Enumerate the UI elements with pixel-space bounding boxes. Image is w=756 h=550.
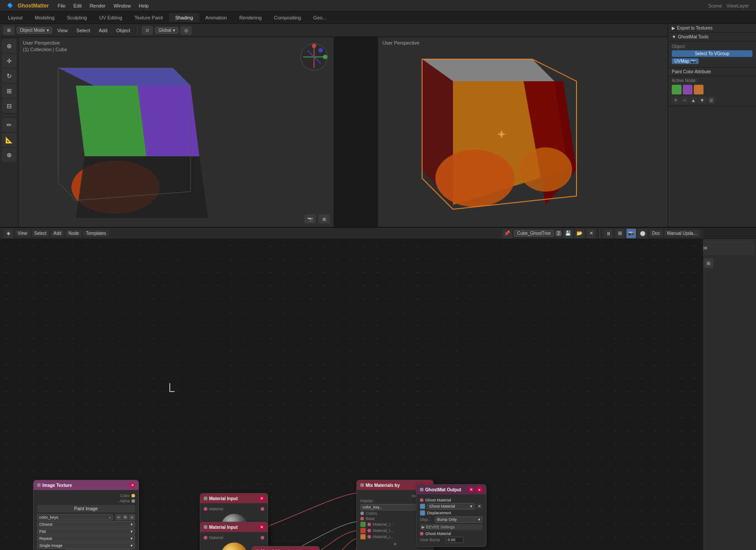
mat-input-2-toggle[interactable] — [204, 525, 207, 529]
extra-mode-btn[interactable]: ⊞ — [704, 258, 713, 268]
ws-tab-geo[interactable]: Geo... — [307, 13, 333, 22]
it-closest-dropdown[interactable]: Closest▾ — [37, 521, 135, 527]
pivot-icon[interactable]: ◎ — [180, 26, 192, 35]
ws-tab-layout[interactable]: Layout — [2, 13, 29, 22]
save-icon[interactable]: 💾 — [563, 229, 573, 238]
transform-tool[interactable]: ⊟ — [2, 99, 16, 113]
it-colorkeys-view[interactable]: 👁 — [122, 514, 128, 520]
mat-input-1-toggle[interactable] — [204, 497, 207, 500]
ne-select[interactable]: Select — [32, 230, 49, 237]
ws-tab-shading[interactable]: Shading — [169, 13, 199, 22]
list-view-btn[interactable]: ☰ — [707, 96, 715, 104]
node-it-close[interactable]: ✕ — [130, 482, 135, 488]
ne-mode-icon[interactable]: ◈ — [4, 229, 13, 238]
cursor-tool[interactable]: ⊕ — [2, 39, 16, 53]
manual-update-btn[interactable]: Manual Upda... — [664, 230, 700, 237]
up-color-btn[interactable]: ▲ — [689, 96, 697, 104]
viewport-overlays[interactable]: 📷 ⊞ — [304, 215, 330, 223]
import-icon[interactable]: 📂 — [575, 229, 584, 238]
swatch-orange[interactable] — [694, 85, 704, 94]
node-canvas[interactable]: Image Texture ✕ Color Alpha Paint Image … — [0, 239, 703, 550]
it-colorkeys-edit[interactable]: ✏ — [116, 514, 122, 520]
it-flat-dropdown[interactable]: Flat▾ — [37, 528, 135, 535]
grid-icon[interactable]: ⊞ — [318, 215, 330, 223]
swatch-purple[interactable] — [683, 85, 692, 94]
over-bump-input[interactable] — [446, 537, 464, 543]
ws-tab-uvediting[interactable]: UV Editing — [93, 13, 128, 22]
ghostmat-pin[interactable]: ● — [476, 486, 483, 493]
mode-icon[interactable]: ⊞ — [3, 26, 15, 35]
ne-view[interactable]: View — [15, 230, 30, 237]
export-textures-row[interactable]: ▶ Export to Textures — [668, 24, 756, 33]
ws-tab-compositing[interactable]: Compositing — [268, 13, 307, 22]
camera-ne-icon[interactable]: 📷 — [626, 229, 636, 238]
paint-image-btn[interactable]: Paint Image — [37, 505, 135, 512]
mode-dropdown[interactable]: Object Mode ▾ — [17, 27, 52, 34]
ghost-mat-dropdown[interactable]: Ghost Material▾ — [427, 503, 475, 509]
select-to-vgroup-btn-wrapper[interactable]: Select To VGroup — [672, 50, 752, 57]
measure-tool[interactable]: 📐 — [2, 133, 16, 147]
node-ghostmat-output[interactable]: GhostMat Output ✕ ● Ghost Material Ghost… — [416, 484, 487, 547]
it-colorkeys-dropdown[interactable]: color_keys ▾ — [37, 514, 113, 520]
node-toggle[interactable] — [37, 483, 41, 487]
toolbar-object[interactable]: Object — [113, 27, 134, 34]
select-to-vgroup-btn[interactable]: Select To VGroup — [672, 50, 752, 57]
ghostmat-toggle[interactable] — [420, 488, 423, 491]
mix-mat-toggle[interactable] — [360, 483, 364, 487]
ws-tab-sculpting[interactable]: Sculpting — [61, 13, 93, 22]
view-all-icon[interactable]: ⊞ — [615, 229, 625, 238]
transform-dropdown[interactable]: Global ▾ — [155, 27, 178, 34]
eevee-settings-btn[interactable]: ▶ EEVEE Settings — [420, 524, 483, 530]
uvmap-badge[interactable]: UVMap 📷 — [672, 58, 699, 64]
viewport-left[interactable]: User Perspective (1) Collection | Cube Z — [19, 37, 334, 227]
snap-icon[interactable]: ⊙ — [142, 26, 153, 35]
ghost-mat-checkbox[interactable] — [420, 504, 425, 509]
viewport-right[interactable]: User Perspective — [378, 37, 703, 227]
pin-icon[interactable]: 📌 — [502, 229, 512, 238]
menu-render[interactable]: Render — [86, 2, 109, 9]
it-single-dropdown[interactable]: Single Image▾ — [37, 542, 135, 549]
toolbar-select[interactable]: Select — [73, 27, 94, 34]
sphere-icon[interactable]: ⬤ — [638, 229, 647, 238]
nav-gizmo-left[interactable]: Z X — [299, 41, 329, 73]
node-mat-input-3[interactable]: Material Input ✕ Material ✏ 👁 Materi... … — [251, 546, 320, 550]
ghost-mat-x2[interactable]: ✕ — [476, 503, 483, 509]
mat-input-1-close[interactable]: ✕ — [259, 496, 264, 501]
toolbar-view[interactable]: View — [54, 27, 71, 34]
paint-color-attr-row[interactable]: Paint Color Attribute — [668, 68, 756, 76]
blender-logo[interactable]: 🔷 — [4, 2, 17, 9]
disp-checkbox[interactable] — [420, 510, 425, 516]
ghostmat-x[interactable]: ✕ — [468, 487, 474, 492]
down-color-btn[interactable]: ▼ — [698, 96, 706, 104]
swatch-green[interactable] — [672, 85, 681, 94]
it-repeat-dropdown[interactable]: Repeat▾ — [37, 535, 135, 542]
ne-add[interactable]: Add — [51, 230, 64, 237]
close-tree-icon[interactable]: ✕ — [586, 229, 596, 238]
ws-tab-rendering[interactable]: Rendering — [233, 13, 268, 22]
node-image-texture[interactable]: Image Texture ✕ Color Alpha Paint Image … — [33, 480, 139, 550]
add-tool[interactable]: ⊕ — [2, 148, 16, 162]
rotate-tool[interactable]: ↻ — [2, 69, 16, 83]
menu-help[interactable]: Help — [135, 2, 153, 9]
annotate-tool[interactable]: ✏ — [2, 118, 16, 132]
ws-tab-texturepaint[interactable]: Texture Paint — [128, 13, 169, 22]
mat-input-2-close[interactable]: ✕ — [259, 524, 264, 530]
ne-node[interactable]: Node — [66, 230, 82, 237]
doc-btn[interactable]: Doc — [649, 230, 662, 237]
bump-only-dropdown[interactable]: Bump Only▾ — [435, 516, 483, 523]
move-tool[interactable]: ✛ — [2, 54, 16, 68]
camera-icon[interactable]: 📷 — [304, 215, 316, 223]
menu-window[interactable]: Window — [110, 2, 134, 9]
pause-icon[interactable]: ⏸ — [603, 229, 613, 238]
it-colorkeys-x[interactable]: ✕ — [129, 514, 135, 520]
menu-edit[interactable]: Edit — [70, 2, 85, 9]
ws-tab-modeling[interactable]: Modeling — [29, 13, 61, 22]
remove-color-btn[interactable]: − — [681, 96, 689, 104]
scale-tool[interactable]: ⊞ — [2, 84, 16, 98]
tree-name-dropdown[interactable]: Cube_GhostTree — [514, 230, 554, 237]
ws-tab-animation[interactable]: Animation — [199, 13, 233, 22]
menu-file[interactable]: File — [54, 2, 69, 9]
ne-templates[interactable]: Templates — [83, 230, 109, 237]
add-color-btn[interactable]: + — [672, 96, 680, 104]
toolbar-add[interactable]: Add — [95, 27, 111, 34]
